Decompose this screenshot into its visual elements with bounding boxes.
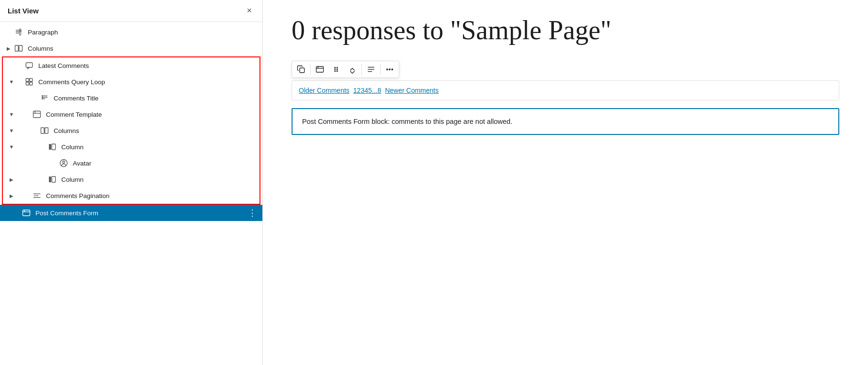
svg-point-42	[335, 71, 336, 72]
svg-rect-20	[49, 144, 51, 150]
comment-template-label: Comment Template	[46, 111, 256, 118]
svg-rect-21	[52, 144, 56, 150]
avatar-label: Avatar	[73, 160, 256, 167]
svg-point-26	[34, 195, 35, 196]
svg-point-48	[389, 69, 390, 70]
tree-item-columns-outer[interactable]: ▶ Columns	[0, 40, 262, 56]
svg-point-43	[337, 71, 338, 72]
older-comments-link[interactable]: Older Comments	[299, 87, 349, 94]
toolbar-divider-1	[310, 64, 311, 75]
move-block-button[interactable]	[312, 62, 328, 77]
page-heading: 0 responses to "Sample Page"	[292, 14, 839, 46]
svg-rect-34	[300, 68, 304, 73]
main-content: 0 responses to "Sample Page"	[263, 0, 868, 365]
svg-point-39	[337, 67, 338, 68]
tree-item-post-comments-form[interactable]: Post Comments Form ⋮	[0, 205, 262, 221]
comments-pagination-icon	[32, 190, 42, 201]
more-options-button[interactable]	[382, 62, 398, 77]
align-button[interactable]	[363, 62, 379, 77]
up-down-button[interactable]	[344, 62, 361, 77]
column-2-icon	[47, 174, 57, 185]
svg-rect-3	[20, 29, 21, 35]
tree-item-columns-inner[interactable]: ▼ Columns	[3, 122, 259, 139]
tree-item-paragraph[interactable]: Paragraph	[0, 24, 262, 40]
toolbar-divider-3	[380, 64, 381, 75]
columns-outer-label: Columns	[28, 45, 259, 52]
panel-title: List View	[8, 7, 39, 15]
post-comments-form-label: Post Comments Form	[35, 210, 246, 217]
tree-item-comments-query-loop[interactable]: ▼ Comments Query Loop	[3, 74, 259, 90]
latest-comments-icon	[24, 60, 34, 71]
more-options-icon[interactable]: ⋮	[246, 208, 259, 218]
chevron-columns-inner: ▼	[7, 128, 16, 133]
list-view-panel: List View × Paragraph ▶	[0, 0, 263, 365]
tree-item-comments-title[interactable]: Comments Title	[3, 90, 259, 106]
chevron-column-2: ▶	[7, 177, 16, 182]
chevron-comments-query-loop: ▼	[7, 79, 16, 85]
columns-outer-icon	[13, 43, 24, 54]
close-button[interactable]: ×	[244, 5, 255, 17]
latest-comments-label: Latest Comments	[38, 62, 256, 69]
tree-item-comment-template[interactable]: ▼ Comment Template	[3, 106, 259, 122]
paragraph-icon	[13, 27, 24, 37]
chevron-column-1: ▼	[7, 144, 16, 150]
tree-container: Paragraph ▶ Columns	[0, 22, 262, 365]
pagination-row: Older Comments 12345...8 Newer Comments	[292, 80, 839, 100]
svg-point-27	[35, 195, 36, 196]
comments-query-loop-icon	[24, 77, 34, 87]
svg-rect-9	[26, 82, 29, 85]
svg-rect-6	[26, 63, 33, 67]
svg-rect-15	[34, 111, 41, 118]
svg-rect-5	[19, 45, 23, 51]
selection-border: Latest Comments ▼ Comments Query Loop	[2, 56, 260, 205]
svg-point-47	[387, 69, 388, 70]
paragraph-label: Paragraph	[28, 29, 259, 36]
avatar-icon	[58, 158, 69, 168]
chevron-comments-pagination: ▶	[7, 193, 16, 199]
comment-template-icon	[32, 109, 42, 120]
svg-point-49	[392, 69, 393, 70]
comments-title-icon	[39, 93, 50, 103]
copy-block-button[interactable]	[293, 62, 309, 77]
column-1-label: Column	[61, 144, 256, 151]
column-1-icon	[47, 142, 57, 152]
svg-rect-8	[30, 78, 33, 81]
svg-point-41	[337, 69, 338, 70]
column-2-label: Column	[61, 176, 256, 183]
chevron-comment-template: ▼	[7, 111, 16, 117]
form-notice-text: Post Comments Form block: comments to th…	[302, 118, 512, 125]
comments-pagination-label: Comments Pagination	[46, 192, 256, 199]
chevron-columns-outer: ▶	[4, 46, 13, 51]
svg-rect-19	[45, 128, 48, 133]
tree-item-latest-comments[interactable]: Latest Comments	[3, 57, 259, 74]
panel-header: List View ×	[0, 0, 262, 22]
svg-rect-10	[30, 82, 33, 85]
comments-title-label: Comments Title	[54, 95, 256, 102]
svg-rect-31	[23, 210, 30, 216]
toolbar-divider-2	[361, 64, 362, 75]
tree-item-column-1[interactable]: ▼ Column	[3, 139, 259, 155]
tree-item-column-2[interactable]: ▶ Column	[3, 171, 259, 188]
svg-point-23	[63, 161, 65, 164]
svg-rect-25	[52, 177, 56, 182]
tree-item-avatar[interactable]: Avatar	[3, 155, 259, 171]
svg-point-38	[335, 67, 336, 68]
svg-rect-24	[49, 177, 51, 182]
newer-comments-link[interactable]: Newer Comments	[385, 87, 439, 94]
block-toolbar	[292, 61, 399, 78]
post-comments-form-icon	[21, 208, 32, 218]
svg-rect-35	[316, 66, 324, 72]
pagination-numbers[interactable]: 12345...8	[353, 87, 381, 94]
tree-item-comments-pagination[interactable]: ▶ Comments Pagination	[3, 188, 259, 204]
comments-query-loop-label: Comments Query Loop	[38, 78, 256, 86]
drag-handle-button[interactable]	[328, 62, 344, 77]
svg-point-28	[37, 195, 38, 196]
svg-rect-7	[26, 78, 29, 81]
columns-inner-icon	[39, 125, 50, 136]
svg-rect-4	[15, 45, 19, 51]
comments-form-notice: Post Comments Form block: comments to th…	[292, 108, 839, 135]
svg-point-40	[335, 69, 336, 70]
svg-rect-18	[41, 128, 45, 133]
columns-inner-label: Columns	[54, 127, 256, 134]
